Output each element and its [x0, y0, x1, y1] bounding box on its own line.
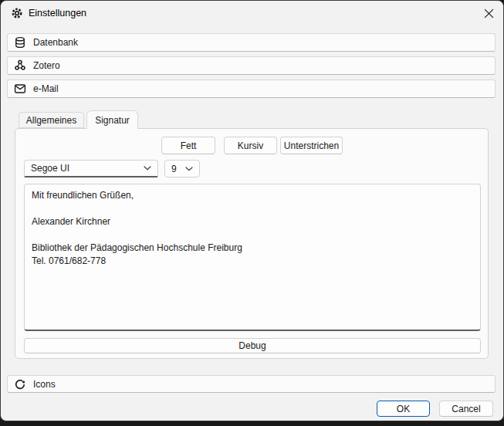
debug-button[interactable]: Debug — [24, 338, 481, 353]
settings-window: Einstellungen Datenbank — [0, 0, 504, 421]
font-family-value: Segoe UI — [31, 163, 69, 174]
bold-button[interactable]: Fett — [161, 137, 215, 154]
underline-button-label: Unterstrichen — [284, 140, 339, 151]
bold-button-label: Fett — [181, 140, 197, 151]
ok-button[interactable]: OK — [377, 401, 430, 417]
title-bar: Einstellungen — [1, 1, 503, 25]
cancel-button[interactable]: Cancel — [439, 401, 493, 417]
tab-signatur[interactable]: Signatur — [86, 110, 138, 129]
italic-button[interactable]: Kursiv — [224, 137, 277, 154]
signature-textarea[interactable]: Mit freundlichen Grüßen, Alexander Kirch… — [24, 184, 481, 331]
ok-button-label: OK — [397, 404, 410, 414]
section-header-zotero[interactable]: Zotero — [7, 56, 496, 75]
underline-button[interactable]: Unterstrichen — [280, 137, 343, 154]
section-label: Icons — [33, 379, 56, 390]
zotero-icon — [14, 59, 26, 72]
tab-label: Allgemeines — [26, 115, 76, 126]
debug-button-label: Debug — [238, 340, 266, 351]
font-size-value: 9 — [171, 164, 177, 174]
section-header-icons[interactable]: Icons — [7, 375, 496, 393]
cancel-button-label: Cancel — [452, 404, 480, 414]
section-header-datenbank[interactable]: Datenbank — [7, 33, 496, 52]
italic-button-label: Kursiv — [238, 140, 263, 151]
chevron-down-icon — [144, 166, 151, 171]
mail-icon — [14, 83, 26, 95]
close-button[interactable] — [477, 4, 500, 22]
section-header-email[interactable]: e-Mail — [7, 79, 496, 98]
section-label: e-Mail — [33, 83, 59, 94]
font-size-select[interactable]: 9 — [164, 160, 200, 178]
database-icon — [14, 36, 26, 49]
gear-icon — [11, 7, 23, 19]
refresh-icon — [14, 378, 26, 390]
chevron-down-icon — [185, 167, 193, 171]
window-title: Einstellungen — [29, 1, 86, 25]
tab-allgemeines[interactable]: Allgemeines — [19, 112, 84, 128]
section-label: Datenbank — [33, 37, 78, 48]
close-icon — [484, 8, 494, 19]
font-family-select[interactable]: Segoe UI — [24, 160, 158, 178]
section-label: Zotero — [33, 60, 60, 71]
tab-label: Signatur — [95, 115, 130, 126]
